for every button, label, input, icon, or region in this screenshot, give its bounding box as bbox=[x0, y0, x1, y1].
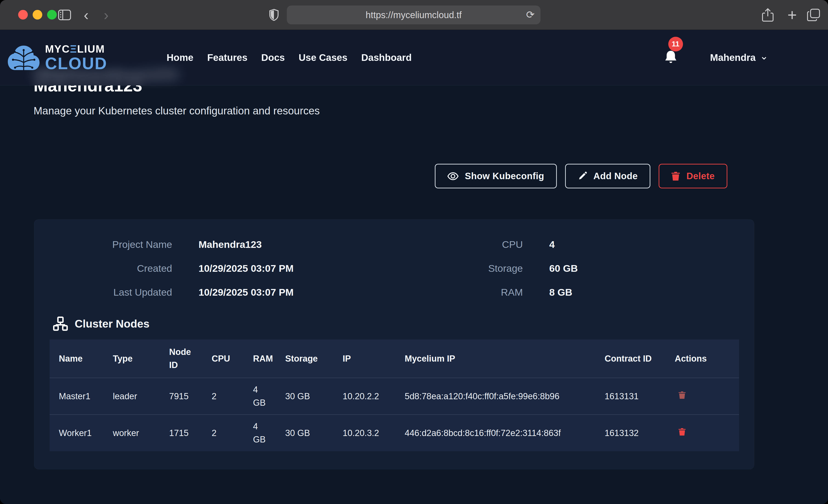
cell-cpu: 2 bbox=[202, 415, 244, 451]
browser-chrome: ‹ › https://myceliumcloud.tf ⟳ + bbox=[0, 0, 828, 30]
logo-line1-pre: MYC bbox=[45, 43, 70, 55]
cell-node-id: 7915 bbox=[160, 378, 202, 415]
page-viewport: Mahendra123 Mahendra123 bbox=[0, 30, 828, 504]
bell-icon bbox=[664, 50, 677, 65]
nav-item-use-cases[interactable]: Use Cases bbox=[298, 52, 347, 63]
cell-mycelium-ip: 5d8:78ea:a120:f40c:ff0f:a5fe:99e6:8b96 bbox=[396, 378, 595, 415]
cell-ram: 4 GB bbox=[244, 378, 276, 415]
cluster-actions: Show Kubeconfig Add Node Delete bbox=[435, 164, 727, 188]
col-header-cpu: CPU bbox=[202, 339, 244, 378]
cell-node-id: 1715 bbox=[160, 415, 202, 451]
page-subtitle: Manage your Kubernetes cluster configura… bbox=[34, 104, 320, 117]
table-row: Master1 leader 7915 2 4 GB 30 GB 10.20.2… bbox=[50, 378, 739, 415]
address-bar[interactable]: https://myceliumcloud.tf ⟳ bbox=[287, 5, 540, 24]
delete-cluster-button[interactable]: Delete bbox=[659, 164, 727, 188]
col-header-storage: Storage bbox=[276, 339, 333, 378]
delete-node-button[interactable] bbox=[675, 391, 686, 400]
info-value-project-name: Mahendra123 bbox=[172, 233, 403, 256]
chevron-down-icon: ⌄ bbox=[760, 53, 768, 59]
browser-window: ‹ › https://myceliumcloud.tf ⟳ + bbox=[0, 0, 828, 504]
cell-name: Master1 bbox=[50, 378, 104, 415]
logo-line2: CLOUD bbox=[45, 55, 107, 72]
new-tab-icon[interactable]: + bbox=[784, 0, 800, 30]
cell-storage: 30 GB bbox=[276, 378, 333, 415]
window-controls bbox=[18, 10, 57, 19]
info-value-ram: 8 GB bbox=[523, 280, 754, 304]
logo-line1-e: Ξ bbox=[70, 43, 77, 55]
col-header-mycelium-ip: Mycelium IP bbox=[396, 339, 595, 378]
notifications-button[interactable]: 11 bbox=[664, 50, 678, 66]
cluster-nodes-icon bbox=[53, 317, 68, 331]
cell-ip: 10.20.3.2 bbox=[333, 415, 396, 451]
close-window-button[interactable] bbox=[18, 10, 28, 19]
cell-contract-id: 1613132 bbox=[595, 415, 666, 451]
cell-ip: 10.20.2.2 bbox=[333, 378, 396, 415]
cluster-details-panel: Project Name Mahendra123 CPU 4 Created 1… bbox=[34, 219, 754, 469]
info-label-storage: Storage bbox=[403, 256, 523, 280]
sidebar-toggle-icon[interactable] bbox=[57, 0, 72, 30]
cell-storage: 30 GB bbox=[276, 415, 333, 451]
col-header-actions: Actions bbox=[666, 339, 739, 378]
site-navbar: Mahendra123 bbox=[0, 30, 828, 85]
project-info-grid: Project Name Mahendra123 CPU 4 Created 1… bbox=[34, 233, 754, 304]
info-label-created: Created bbox=[34, 256, 172, 280]
cluster-nodes-title: Cluster Nodes bbox=[75, 318, 150, 330]
cell-contract-id: 1613131 bbox=[595, 378, 666, 415]
cell-type: leader bbox=[104, 378, 160, 415]
cell-type: worker bbox=[104, 415, 160, 451]
brand-wordmark: MYCΞLIUM CLOUD bbox=[45, 44, 107, 72]
privacy-shield-icon[interactable] bbox=[267, 0, 281, 30]
user-menu[interactable]: Mahendra ⌄ bbox=[710, 52, 768, 63]
cell-name: Worker1 bbox=[50, 415, 104, 451]
trash-icon bbox=[671, 171, 680, 181]
cell-actions bbox=[666, 415, 739, 451]
table-row: Worker1 worker 1715 2 4 GB 30 GB 10.20.3… bbox=[50, 415, 739, 451]
info-value-storage: 60 GB bbox=[523, 256, 754, 280]
share-icon[interactable] bbox=[760, 0, 776, 30]
col-header-type: Type bbox=[104, 339, 160, 378]
nav-item-home[interactable]: Home bbox=[167, 52, 194, 63]
trash-icon bbox=[678, 391, 686, 399]
table-header-row: Name Type Node ID CPU RAM Storage IP Myc… bbox=[50, 339, 739, 378]
cell-ram: 4 GB bbox=[244, 415, 276, 451]
cell-cpu: 2 bbox=[202, 378, 244, 415]
nav-item-docs[interactable]: Docs bbox=[261, 52, 285, 63]
minimize-window-button[interactable] bbox=[33, 10, 42, 19]
brand-logo[interactable]: MYCΞLIUM CLOUD bbox=[6, 42, 107, 74]
col-header-name: Name bbox=[50, 339, 104, 378]
nav-item-dashboard[interactable]: Dashboard bbox=[361, 52, 412, 63]
info-label-project-name: Project Name bbox=[34, 233, 172, 256]
reload-icon[interactable]: ⟳ bbox=[526, 9, 535, 20]
forward-button[interactable]: › bbox=[99, 0, 113, 30]
info-label-ram: RAM bbox=[403, 280, 523, 304]
show-kubeconfig-button[interactable]: Show Kubeconfig bbox=[435, 164, 557, 188]
cell-mycelium-ip: 446:d2a6:8bcd:8c16:ff0f:72e2:3114:863f bbox=[396, 415, 595, 451]
user-name: Mahendra bbox=[710, 52, 756, 63]
notification-badge: 11 bbox=[668, 37, 683, 51]
nav-item-features[interactable]: Features bbox=[207, 52, 248, 63]
col-header-node-id: Node ID bbox=[160, 339, 202, 378]
col-header-ram: RAM bbox=[244, 339, 276, 378]
url-text: https://myceliumcloud.tf bbox=[366, 10, 462, 20]
back-button[interactable]: ‹ bbox=[79, 0, 93, 30]
info-value-last-updated: 10/29/2025 03:07 PM bbox=[172, 280, 403, 304]
main-nav: Home Features Docs Use Cases Dashboard bbox=[167, 52, 412, 63]
cluster-nodes-header: Cluster Nodes bbox=[53, 317, 754, 331]
info-label-last-updated: Last Updated bbox=[34, 280, 172, 304]
info-label-cpu: CPU bbox=[403, 233, 523, 256]
trash-icon bbox=[678, 428, 686, 436]
info-value-cpu: 4 bbox=[523, 233, 754, 256]
tab-overview-icon[interactable] bbox=[805, 0, 822, 30]
delete-node-button[interactable] bbox=[675, 428, 686, 437]
cluster-nodes-table: Name Type Node ID CPU RAM Storage IP Myc… bbox=[50, 339, 739, 451]
col-header-contract-id: Contract ID bbox=[595, 339, 666, 378]
cell-actions bbox=[666, 378, 739, 415]
pencil-icon bbox=[578, 172, 587, 181]
zoom-window-button[interactable] bbox=[47, 10, 57, 19]
eye-icon bbox=[448, 172, 458, 180]
info-value-created: 10/29/2025 03:07 PM bbox=[172, 256, 403, 280]
cloud-tree-icon bbox=[6, 42, 41, 74]
logo-line1-post: LIUM bbox=[77, 43, 105, 55]
col-header-ip: IP bbox=[333, 339, 396, 378]
add-node-button[interactable]: Add Node bbox=[565, 164, 650, 188]
